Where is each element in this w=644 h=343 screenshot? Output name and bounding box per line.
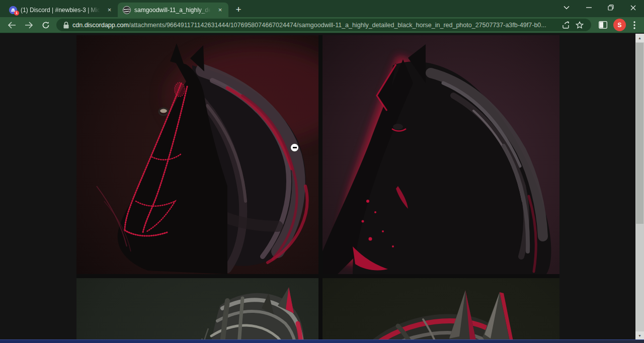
url-path: /attachments/966491171142631444/10769580…	[129, 22, 546, 29]
discord-favicon-icon: 1	[9, 6, 17, 14]
window-controls	[555, 0, 644, 15]
zoom-out-cursor-icon	[290, 143, 299, 152]
share-icon[interactable]	[560, 19, 573, 31]
horse-image-top-left	[76, 35, 318, 274]
horse-image-top-right	[323, 35, 559, 274]
page-content: ▲ ▼	[0, 34, 644, 343]
browser-window: 1 (1) Discord | #newbies-3 | Midjou × sa…	[0, 0, 644, 343]
vertical-scrollbar[interactable]: ▲ ▼	[635, 34, 644, 340]
scrollbar-thumb[interactable]	[636, 43, 643, 224]
url-domain: cdn.discordapp.com	[72, 22, 129, 29]
reload-icon[interactable]	[37, 18, 54, 32]
forward-icon[interactable]	[20, 18, 37, 32]
taskbar-edge	[0, 339, 644, 343]
scroll-up-arrow-icon[interactable]: ▲	[635, 34, 644, 42]
new-tab-button[interactable]: +	[231, 3, 246, 17]
menu-dots-icon[interactable]	[628, 18, 641, 32]
notification-badge: 1	[14, 11, 19, 16]
url-text: cdn.discordapp.com/attachments/966491171…	[72, 22, 560, 29]
address-bar[interactable]: cdn.discordapp.com/attachments/966491171…	[56, 19, 591, 31]
profile-avatar[interactable]: S	[613, 19, 626, 31]
bookmark-star-icon[interactable]	[573, 19, 586, 31]
tab-close-icon[interactable]: ×	[216, 6, 224, 14]
tab-title: (1) Discord | #newbies-3 | Midjou	[21, 7, 102, 14]
back-icon[interactable]	[3, 18, 20, 32]
toolbar-right-controls: S	[594, 18, 641, 32]
scroll-down-arrow-icon[interactable]: ▼	[635, 331, 644, 340]
globe-favicon-icon	[123, 6, 131, 14]
close-window-button[interactable]	[622, 0, 644, 15]
horse-image-bottom-left	[76, 278, 318, 343]
side-panel-icon[interactable]	[594, 18, 611, 32]
tab-title: samgoodwill-11_a_highly_detaile	[134, 7, 212, 14]
tab-discord[interactable]: 1 (1) Discord | #newbies-3 | Midjou ×	[4, 3, 118, 17]
horse-image-bottom-right	[323, 278, 559, 343]
tab-search-chevron-icon[interactable]	[555, 0, 578, 15]
tab-image-active[interactable]: samgoodwill-11_a_highly_detaile ×	[118, 3, 228, 17]
tab-strip: 1 (1) Discord | #newbies-3 | Midjou × sa…	[0, 0, 644, 17]
tab-close-icon[interactable]: ×	[105, 6, 114, 14]
restore-button[interactable]	[600, 0, 622, 15]
lock-icon	[59, 19, 72, 31]
browser-toolbar: cdn.discordapp.com/attachments/966491171…	[0, 17, 644, 33]
horse-image-grid[interactable]	[76, 35, 559, 343]
minimize-button[interactable]	[578, 0, 600, 15]
